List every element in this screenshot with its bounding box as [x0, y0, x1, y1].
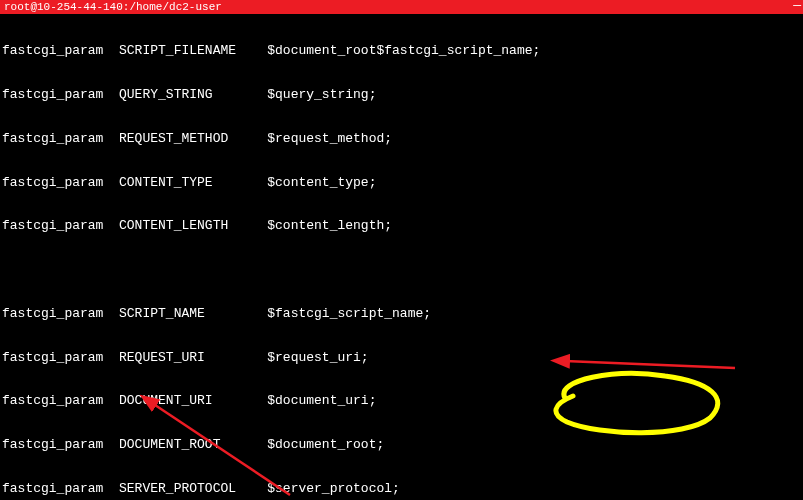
config-line: fastcgi_param SERVER_PROTOCOL $server_pr… — [2, 482, 801, 497]
config-line: fastcgi_param SCRIPT_FILENAME $document_… — [2, 44, 801, 59]
config-line: fastcgi_param DOCUMENT_URI $document_uri… — [2, 394, 801, 409]
config-line: fastcgi_param CONTENT_TYPE $content_type… — [2, 176, 801, 191]
blank-line — [2, 263, 801, 278]
editor-viewport[interactable]: fastcgi_param SCRIPT_FILENAME $document_… — [0, 14, 803, 500]
config-line: fastcgi_param SCRIPT_NAME $fastcgi_scrip… — [2, 307, 801, 322]
window-title-bar: root@10-254-44-140:/home/dc2-user — — [0, 0, 803, 14]
window-title-text: root@10-254-44-140:/home/dc2-user — [4, 1, 799, 13]
config-line: fastcgi_param DOCUMENT_ROOT $document_ro… — [2, 438, 801, 453]
minimize-icon[interactable]: — — [793, 0, 801, 13]
config-line: fastcgi_param QUERY_STRING $query_string… — [2, 88, 801, 103]
config-line: fastcgi_param REQUEST_METHOD $request_me… — [2, 132, 801, 147]
config-line: fastcgi_param REQUEST_URI $request_uri; — [2, 351, 801, 366]
config-line: fastcgi_param CONTENT_LENGTH $content_le… — [2, 219, 801, 234]
